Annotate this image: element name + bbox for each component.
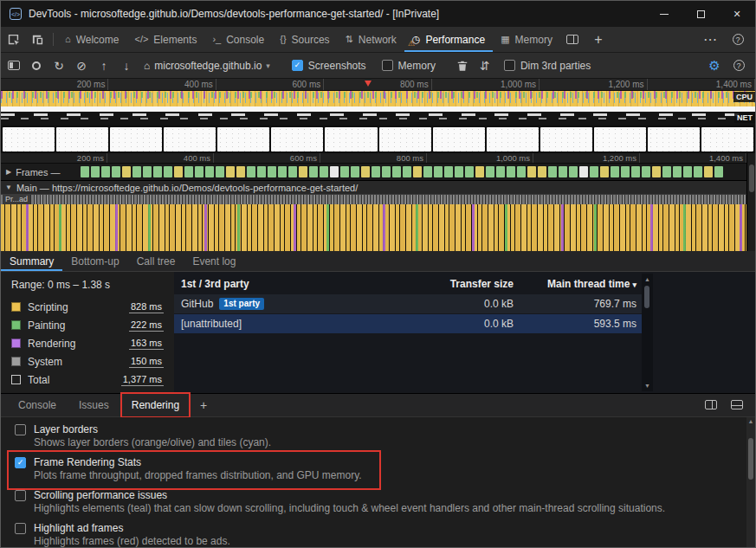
frame-block[interactable]	[611, 166, 619, 177]
screenshots-toggle[interactable]: ✓ Screenshots	[292, 60, 366, 72]
flame-chart[interactable]: Pr...ad	[1, 195, 755, 251]
frame-block[interactable]	[434, 166, 443, 177]
tab-event-log[interactable]: Event log	[184, 251, 244, 271]
clear-recording-button[interactable]: ⊘	[70, 55, 93, 77]
checkbox[interactable]	[15, 490, 26, 501]
frame-block[interactable]	[642, 166, 650, 177]
screenshot-thumb[interactable]	[648, 127, 700, 152]
minimize-button[interactable]	[646, 1, 682, 27]
frame-block[interactable]	[538, 166, 546, 177]
tab-network[interactable]: ⇅Network	[338, 27, 404, 52]
frame-block[interactable]	[309, 166, 318, 177]
frame-block[interactable]	[101, 166, 110, 177]
tab-sources[interactable]: {}Sources	[272, 27, 337, 52]
frame-block[interactable]	[683, 166, 692, 177]
main-track-header[interactable]: ▼ Main — https://microsoftedge.github.io…	[1, 181, 755, 195]
frame-block[interactable]	[600, 166, 609, 177]
frame-block[interactable]	[475, 166, 484, 177]
tab-call-tree[interactable]: Call tree	[128, 251, 184, 271]
frame-block[interactable]	[392, 166, 401, 177]
checkbox[interactable]	[15, 523, 26, 534]
tab-summary[interactable]: Summary	[1, 251, 62, 271]
activity-mini-track[interactable]	[1, 195, 746, 204]
table-scrollbar[interactable]: ▲ ▼	[642, 274, 653, 391]
scroll-up-icon[interactable]: ▲	[748, 417, 754, 547]
tab-bottom-up[interactable]: Bottom-up	[62, 251, 127, 271]
origin-selector[interactable]: ⌂ microsoftedge.github.io ▾	[138, 60, 276, 72]
frame-block[interactable]	[704, 166, 713, 177]
frame-block[interactable]	[81, 166, 89, 177]
drawer-tab-rendering[interactable]: Rendering	[123, 395, 188, 416]
net-overview-track[interactable]: NET	[1, 112, 755, 126]
expanded-caret-icon[interactable]: ▼	[5, 184, 12, 191]
drawer-scrollbar[interactable]: ▲	[746, 417, 755, 547]
more-menu-button[interactable]: ⋯	[698, 31, 722, 48]
drawer-tab-console[interactable]: Console	[10, 395, 65, 416]
frame-block[interactable]	[247, 166, 255, 177]
table-row[interactable]: GitHub1st party0.0 kB769.7 ms	[174, 294, 642, 313]
scroll-up-icon[interactable]: ▲	[644, 276, 650, 282]
tab-elements[interactable]: </>Elements	[126, 27, 204, 52]
frame-block[interactable]	[153, 166, 162, 177]
frame-block[interactable]	[164, 166, 172, 177]
column-main-thread-time[interactable]: Main thread time▾	[520, 278, 642, 290]
frame-block[interactable]	[548, 166, 557, 177]
checkbox[interactable]: ✓	[15, 457, 26, 468]
frame-block[interactable]	[444, 166, 453, 177]
frame-block[interactable]	[403, 166, 411, 177]
scrollbar-thumb[interactable]	[748, 438, 753, 480]
add-tab-button[interactable]: +	[586, 32, 611, 48]
table-row[interactable]: [unattributed]0.0 kB593.5 ms	[174, 314, 642, 333]
frame-block[interactable]	[652, 166, 661, 177]
screenshot-thumb[interactable]	[379, 127, 431, 152]
frame-block[interactable]	[527, 166, 536, 177]
frame-block[interactable]	[288, 166, 297, 177]
garbage-collect-button[interactable]	[451, 55, 474, 77]
frame-block[interactable]	[496, 166, 505, 177]
scroll-down-icon[interactable]: ▼	[644, 383, 650, 389]
main-flame-chart[interactable]	[1, 204, 746, 251]
add-drawer-tab-button[interactable]: +	[193, 398, 214, 412]
help-button[interactable]: ?	[726, 34, 750, 45]
screenshot-thumb[interactable]	[271, 127, 323, 152]
frame-block[interactable]	[579, 166, 588, 177]
screenshot-thumb[interactable]	[487, 127, 539, 152]
screenshot-thumb[interactable]	[56, 127, 108, 152]
reload-and-record-button[interactable]: ↻	[48, 55, 70, 77]
column-1st-3rd-party[interactable]: 1st / 3rd party	[174, 278, 417, 290]
frame-block[interactable]	[372, 166, 380, 177]
frame-block[interactable]	[299, 166, 307, 177]
frame-block[interactable]	[330, 166, 339, 177]
frame-block[interactable]	[143, 166, 152, 177]
frame-block[interactable]	[205, 166, 214, 177]
record-button[interactable]	[25, 55, 48, 77]
collapsed-caret-icon[interactable]: ▶	[6, 168, 11, 176]
screenshot-thumb[interactable]	[594, 127, 646, 152]
tab-performance[interactable]: ◷⚠Performance	[404, 27, 493, 52]
checkbox[interactable]	[15, 424, 26, 435]
settings-button[interactable]: ⚙	[703, 55, 726, 77]
screenshot-thumb[interactable]	[110, 127, 162, 152]
memory-checkbox[interactable]	[382, 60, 393, 71]
frame-block[interactable]	[631, 166, 640, 177]
screenshot-thumb[interactable]	[325, 127, 377, 152]
memory-toggle[interactable]: Memory	[382, 60, 436, 72]
expand-view-button[interactable]	[705, 397, 717, 413]
overview-ruler[interactable]: 200 ms400 ms600 ms800 ms1,000 ms1,200 ms…	[1, 79, 755, 91]
device-toolbar-button[interactable]	[25, 27, 49, 52]
screenshot-thumb[interactable]	[3, 127, 55, 152]
frame-block[interactable]	[714, 166, 723, 177]
frame-block[interactable]	[91, 166, 100, 177]
screenshots-checkbox[interactable]: ✓	[292, 60, 303, 71]
frame-block[interactable]	[413, 166, 422, 177]
help-button[interactable]: ?	[727, 55, 750, 77]
dim-third-parties-toggle[interactable]: Dim 3rd parties	[504, 60, 591, 72]
frame-block[interactable]	[621, 166, 630, 177]
frame-block[interactable]	[236, 166, 245, 177]
toggle-sidebar-button[interactable]	[3, 55, 25, 77]
inspect-button[interactable]	[1, 27, 25, 52]
frame-block[interactable]	[361, 166, 370, 177]
frame-block[interactable]	[423, 166, 432, 177]
frames-track-header[interactable]: ▶ Frames —	[1, 167, 79, 177]
screenshot-thumb[interactable]	[701, 127, 753, 152]
